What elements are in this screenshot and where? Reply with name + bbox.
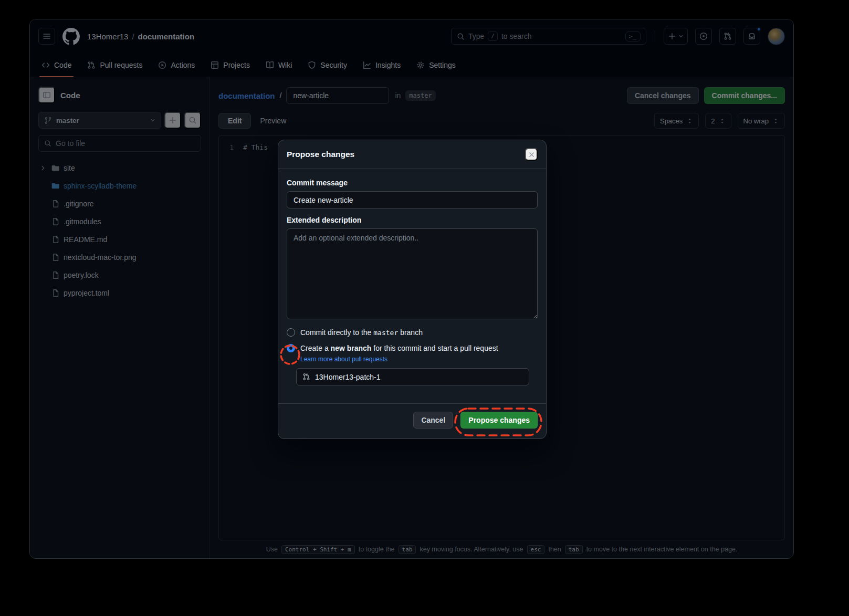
close-icon (528, 151, 536, 159)
git-pull-request-icon (302, 373, 310, 381)
page: 13Homer13 / documentation Type / to sear… (0, 0, 849, 616)
dialog-body: Commit message Extended description Comm… (278, 169, 546, 395)
github-window: 13Homer13 / documentation Type / to sear… (29, 19, 794, 559)
branch-code: master (373, 329, 398, 337)
radio-unselected-icon[interactable] (287, 328, 295, 337)
dialog-footer: Cancel Propose changes (278, 403, 546, 438)
learn-more-link[interactable]: Learn more about pull requests (300, 356, 387, 363)
radio-create-branch[interactable]: Create a new branch for this commit and … (287, 344, 538, 352)
branch-name-input[interactable] (315, 373, 523, 381)
extended-description-label: Extended description (287, 216, 538, 224)
close-dialog-button[interactable] (525, 148, 538, 161)
commit-message-input[interactable] (287, 191, 538, 208)
extended-description-textarea[interactable] (287, 228, 538, 319)
dialog-title: Propose changes (287, 150, 354, 159)
radio-selected-icon[interactable] (287, 344, 295, 352)
commit-message-label: Commit message (287, 179, 538, 187)
propose-changes-button[interactable]: Propose changes (460, 412, 538, 429)
branch-name-field[interactable] (296, 368, 529, 385)
radio-commit-direct[interactable]: Commit directly to the master branch (287, 328, 538, 337)
cancel-button[interactable]: Cancel (413, 412, 453, 429)
propose-changes-dialog: Propose changes Commit message Extended … (278, 140, 547, 439)
dialog-header: Propose changes (278, 140, 546, 169)
